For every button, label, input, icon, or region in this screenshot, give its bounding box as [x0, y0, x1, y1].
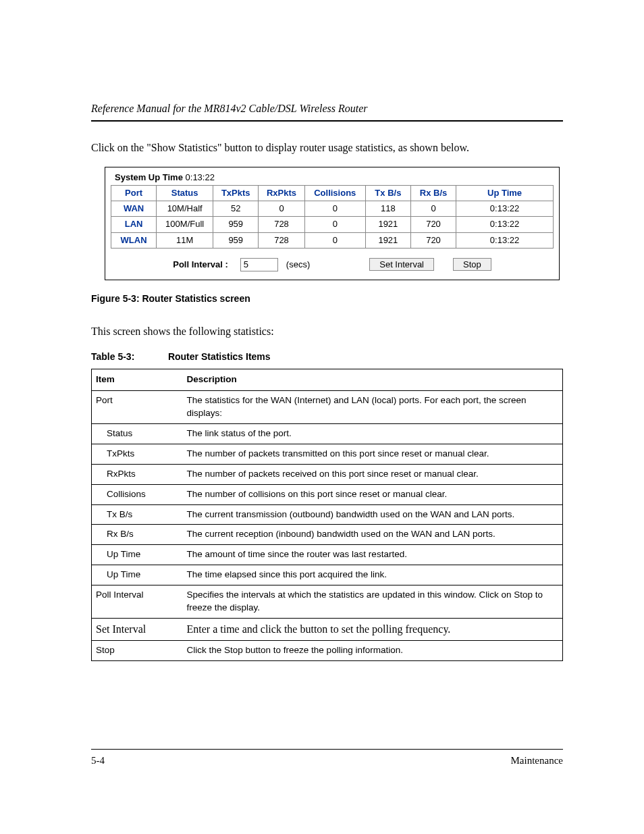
cell-rxpkts: 728: [259, 217, 304, 232]
cell-txpkts: 52: [213, 201, 259, 217]
table-row: TxPktsThe number of packets transmitted …: [92, 444, 563, 464]
th-rxbs: Rx B/s: [410, 185, 456, 201]
table-caption: Table 5-3: Router Statistics Items: [91, 350, 563, 364]
table-caption-label: Table 5-3:: [91, 350, 165, 364]
cell-item: Port: [92, 391, 183, 424]
cell-port: WAN: [111, 201, 157, 217]
cell-uptime: 0:13:22: [456, 201, 554, 217]
table-row: LAN100M/Full959728019217200:13:22: [111, 217, 554, 232]
page-footer: 5-4 Maintenance: [91, 749, 563, 768]
cell-status: 11M: [157, 232, 213, 248]
cell-item: Rx B/s: [92, 525, 183, 545]
table-row: RxPktsThe number of packets received on …: [92, 464, 563, 484]
cell-collisions: 0: [304, 232, 365, 248]
table-row: StatusThe link status of the port.: [92, 423, 563, 444]
cell-item: Poll Interval: [92, 585, 183, 619]
cell-rxbs: 720: [410, 232, 456, 248]
table-caption-title: Router Statistics Items: [168, 351, 271, 362]
cell-collisions: 0: [304, 201, 365, 217]
cell-description: The amount of time since the router was …: [183, 545, 563, 565]
table-row: Poll IntervalSpecifies the intervals at …: [92, 585, 563, 619]
th-port: Port: [111, 185, 157, 201]
cell-uptime: 0:13:22: [456, 217, 554, 232]
cell-description: The link status of the port.: [183, 423, 563, 444]
table-row: Tx B/sThe current transmission (outbound…: [92, 504, 563, 525]
cell-description: Specifies the intervals at which the sta…: [183, 585, 563, 619]
table-row: Up TimeThe time elapsed since this port …: [92, 565, 563, 585]
cell-description: The number of packets received on this p…: [183, 464, 563, 484]
table-row: Rx B/sThe current reception (inbound) ba…: [92, 525, 563, 545]
cell-rxbs: 0: [410, 201, 456, 217]
table-row: WLAN11M959728019217200:13:22: [111, 232, 554, 248]
cell-uptime: 0:13:22: [456, 232, 554, 248]
page-number: 5-4: [91, 754, 105, 768]
th-desc: Description: [183, 369, 563, 391]
section-text: This screen shows the following statisti…: [91, 324, 563, 339]
table-row: WAN10M/Half520011800:13:22: [111, 201, 554, 217]
cell-port: WLAN: [111, 232, 157, 248]
page-header: Reference Manual for the MR814v2 Cable/D…: [91, 101, 563, 122]
cell-item: Status: [92, 423, 183, 444]
poll-interval-label: Poll Interval :: [173, 259, 228, 271]
cell-status: 10M/Half: [157, 201, 213, 217]
description-table: Item Description PortThe statistics for …: [91, 369, 563, 661]
table-row: StopClick the Stop button to freeze the …: [92, 641, 563, 661]
table-row: Set IntervalEnter a time and click the b…: [92, 618, 563, 640]
th-uptime: Up Time: [456, 185, 554, 201]
cell-item: RxPkts: [92, 464, 183, 484]
set-interval-button[interactable]: Set Interval: [369, 258, 434, 271]
cell-txpkts: 959: [213, 232, 259, 248]
cell-item: Up Time: [92, 545, 183, 565]
cell-port: LAN: [111, 217, 157, 232]
cell-description: Click the Stop button to freeze the poll…: [183, 641, 563, 661]
cell-collisions: 0: [304, 217, 365, 232]
cell-item: Stop: [92, 641, 183, 661]
intro-paragraph: Click on the "Show Statistics" button to…: [91, 140, 563, 155]
table-row: PortThe statistics for the WAN (Internet…: [92, 391, 563, 424]
cell-description: The current transmission (outbound) band…: [183, 504, 563, 525]
table-row: CollisionsThe number of collisions on th…: [92, 484, 563, 504]
cell-item: Set Interval: [92, 618, 183, 640]
cell-rxpkts: 728: [259, 232, 304, 248]
figure-caption: Figure 5-3: Router Statistics screen: [91, 292, 563, 306]
poll-interval-unit: (secs): [286, 259, 310, 271]
system-uptime-label: System Up Time: [115, 172, 183, 182]
cell-item: TxPkts: [92, 444, 183, 464]
poll-interval-input[interactable]: [240, 258, 278, 271]
cell-description: The number of packets transmitted on thi…: [183, 444, 563, 464]
cell-txbs: 1921: [365, 217, 410, 232]
cell-description: The statistics for the WAN (Internet) an…: [183, 391, 563, 424]
statistics-table: Port Status TxPkts RxPkts Collisions Tx …: [111, 185, 554, 249]
system-uptime-value: 0:13:22: [186, 172, 215, 182]
th-status: Status: [157, 185, 213, 201]
cell-txpkts: 959: [213, 217, 259, 232]
cell-item: Tx B/s: [92, 504, 183, 525]
cell-description: Enter a time and click the button to set…: [183, 618, 563, 640]
th-item: Item: [92, 369, 183, 391]
th-collisions: Collisions: [304, 185, 365, 201]
th-rxpkts: RxPkts: [259, 185, 304, 201]
cell-rxbs: 720: [410, 217, 456, 232]
cell-description: The time elapsed since this port acquire…: [183, 565, 563, 585]
cell-txbs: 118: [365, 201, 410, 217]
cell-description: The number of collisions on this port si…: [183, 484, 563, 504]
cell-item: Collisions: [92, 484, 183, 504]
cell-rxpkts: 0: [259, 201, 304, 217]
system-uptime: System Up Time 0:13:22: [111, 172, 554, 184]
cell-txbs: 1921: [365, 232, 410, 248]
router-statistics-screenshot: System Up Time 0:13:22 Port Status TxPkt…: [105, 167, 560, 280]
th-txbs: Tx B/s: [365, 185, 410, 201]
cell-description: The current reception (inbound) bandwidt…: [183, 525, 563, 545]
section-name: Maintenance: [511, 754, 563, 768]
poll-controls: Poll Interval : (secs) Set Interval Stop: [111, 258, 554, 271]
stop-button[interactable]: Stop: [453, 258, 491, 271]
cell-status: 100M/Full: [157, 217, 213, 232]
cell-item: Up Time: [92, 565, 183, 585]
th-txpkts: TxPkts: [213, 185, 259, 201]
table-row: Up TimeThe amount of time since the rout…: [92, 545, 563, 565]
